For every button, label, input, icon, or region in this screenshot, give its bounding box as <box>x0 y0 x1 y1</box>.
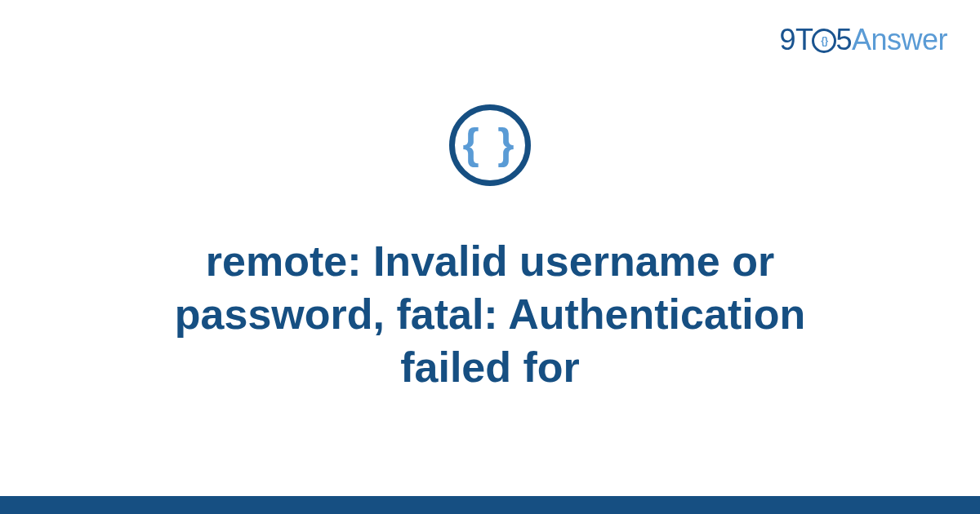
main-content: { } remote: Invalid username or password… <box>0 104 980 394</box>
logo-circle-icon: {} <box>812 29 836 53</box>
braces-circle-icon: { } <box>449 104 531 186</box>
page-title: remote: Invalid username or password, fa… <box>122 235 858 394</box>
footer-bar <box>0 496 980 514</box>
logo-circle-braces: {} <box>821 36 827 46</box>
logo-text-9t: 9T <box>779 23 813 57</box>
logo-text-answer: Answer <box>852 23 947 57</box>
logo-text-5: 5 <box>835 23 852 57</box>
braces-glyph: { } <box>463 122 518 165</box>
site-logo[interactable]: 9T{}5Answer <box>779 23 947 57</box>
